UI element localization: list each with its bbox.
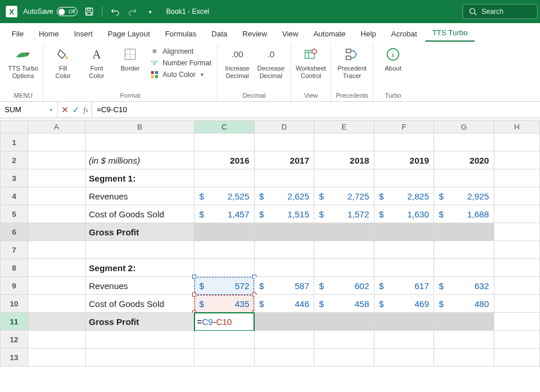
tab-file[interactable]: File [5, 26, 31, 42]
col-header-h[interactable]: H [494, 121, 539, 134]
cell[interactable] [374, 241, 434, 259]
cell[interactable]: $2,625 [254, 187, 314, 205]
cell[interactable] [314, 259, 374, 277]
font-color-button[interactable]: A Font Color [82, 44, 112, 79]
cell-b6[interactable]: Gross Profit [85, 223, 194, 241]
tab-view[interactable]: View [275, 26, 305, 42]
cell[interactable] [28, 349, 85, 367]
cell[interactable] [374, 313, 434, 331]
redo-icon[interactable] [127, 6, 138, 17]
cell[interactable] [434, 169, 494, 187]
tab-automate[interactable]: Automate [306, 26, 352, 42]
row-header-11[interactable]: 11 [1, 313, 28, 331]
cell[interactable] [494, 277, 539, 295]
tab-acrobat[interactable]: Acrobat [384, 26, 424, 42]
auto-color-button[interactable]: Auto Color▾ [149, 70, 212, 79]
worksheet-control-button[interactable]: Worksheet Control [296, 44, 326, 79]
cell[interactable] [28, 223, 85, 241]
cell[interactable]: $2,525 [194, 187, 255, 205]
cell[interactable] [28, 134, 85, 151]
row-header-10[interactable]: 10 [1, 295, 28, 313]
cell-b4[interactable]: Revenues [85, 187, 194, 205]
cell[interactable] [494, 295, 539, 313]
row-header-5[interactable]: 5 [1, 205, 28, 223]
cell[interactable] [28, 313, 85, 331]
cell[interactable] [434, 241, 494, 259]
cell-c11-editing[interactable]: =C9-C10 [194, 313, 255, 331]
cell-c9[interactable]: $572 [194, 277, 255, 295]
row-header-9[interactable]: 9 [1, 277, 28, 295]
accept-formula-icon[interactable]: ✓ [72, 105, 80, 115]
cell[interactable] [374, 349, 434, 367]
search-box[interactable]: Search [462, 4, 538, 19]
cell[interactable] [494, 151, 539, 169]
cell[interactable] [194, 241, 255, 259]
cell[interactable]: $1,688 [434, 205, 494, 223]
cell[interactable]: $602 [314, 277, 374, 295]
tab-page-layout[interactable]: Page Layout [101, 26, 157, 42]
cell[interactable]: 2020 [434, 151, 494, 169]
cell-b11[interactable]: Gross Profit [85, 313, 194, 331]
cell-b5[interactable]: Cost of Goods Sold [85, 205, 194, 223]
tts-turbo-options-button[interactable]: TTS Turbo Options [8, 44, 38, 79]
about-button[interactable]: About [378, 44, 408, 72]
cell[interactable]: 2019 [374, 151, 434, 169]
cell[interactable]: $632 [434, 277, 494, 295]
cell[interactable] [85, 349, 194, 367]
cell[interactable] [254, 169, 314, 187]
cell[interactable] [494, 134, 539, 151]
cell[interactable] [314, 241, 374, 259]
cell[interactable] [374, 134, 434, 151]
cell[interactable] [494, 349, 539, 367]
cell[interactable] [434, 223, 494, 241]
cancel-formula-icon[interactable]: ✕ [61, 105, 69, 115]
cell[interactable] [494, 241, 539, 259]
cell[interactable]: 2016 [194, 151, 255, 169]
cell[interactable]: $587 [254, 277, 314, 295]
cell[interactable]: 2017 [254, 151, 314, 169]
cell[interactable] [28, 295, 85, 313]
cell[interactable] [254, 134, 314, 151]
tab-tts-turbo[interactable]: TTS Turbo [425, 25, 475, 42]
cell[interactable]: $1,515 [254, 205, 314, 223]
cell[interactable] [314, 331, 374, 349]
col-header-e[interactable]: E [314, 121, 374, 134]
cell[interactable]: $469 [374, 295, 434, 313]
tab-data[interactable]: Data [204, 26, 234, 42]
fx-icon[interactable]: fx [83, 105, 88, 114]
col-header-g[interactable]: G [434, 121, 494, 134]
cell[interactable] [254, 313, 314, 331]
cell[interactable] [194, 223, 255, 241]
cell[interactable]: $2,725 [314, 187, 374, 205]
cell[interactable] [434, 349, 494, 367]
col-header-b[interactable]: B [85, 121, 194, 134]
row-header-13[interactable]: 13 [1, 349, 28, 367]
undo-icon[interactable] [109, 6, 121, 17]
row-header-12[interactable]: 12 [1, 331, 28, 349]
qat-overflow-icon[interactable]: ▾ [144, 6, 156, 17]
cell[interactable] [254, 331, 314, 349]
row-header-6[interactable]: 6 [1, 223, 28, 241]
cell[interactable] [494, 331, 539, 349]
cell[interactable] [314, 134, 374, 151]
cell[interactable] [494, 169, 539, 187]
cell[interactable]: $617 [374, 277, 434, 295]
cell[interactable]: $1,457 [194, 205, 255, 223]
cell[interactable] [28, 169, 85, 187]
cell[interactable]: $446 [254, 295, 314, 313]
cell[interactable] [28, 241, 85, 259]
cell[interactable] [434, 134, 494, 151]
cell[interactable] [28, 151, 85, 169]
formula-input[interactable]: =C9-C10 [92, 105, 540, 114]
cell[interactable] [494, 187, 539, 205]
tab-insert[interactable]: Insert [67, 26, 100, 42]
cell-b10[interactable]: Cost of Goods Sold [85, 295, 194, 313]
tab-review[interactable]: Review [236, 26, 274, 42]
tab-help[interactable]: Help [354, 26, 383, 42]
cell[interactable] [434, 331, 494, 349]
cell[interactable] [314, 313, 374, 331]
tab-formulas[interactable]: Formulas [158, 26, 203, 42]
cell[interactable]: 2018 [314, 151, 374, 169]
cell[interactable] [374, 169, 434, 187]
col-header-a[interactable]: A [28, 121, 85, 134]
